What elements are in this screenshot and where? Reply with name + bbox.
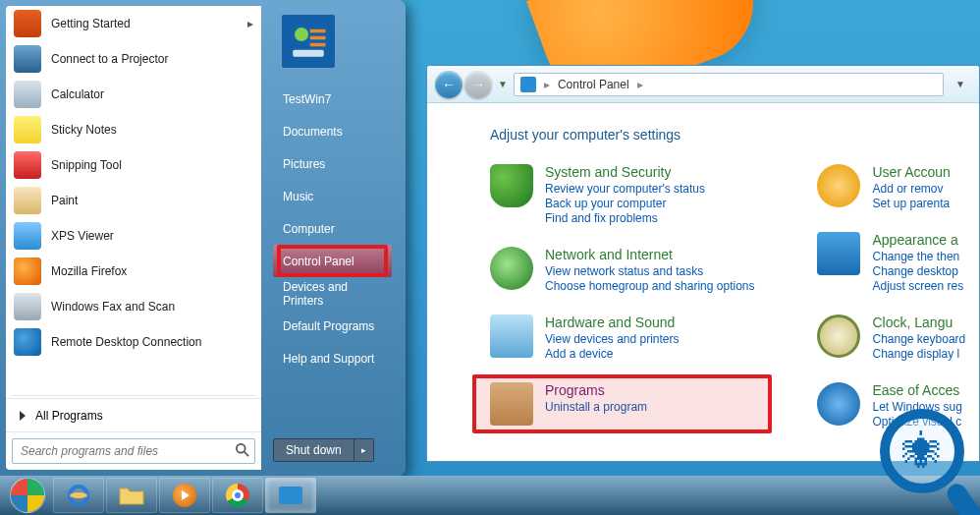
category-clock-langu: Clock, LanguChange keyboardChange displa… — [817, 315, 965, 361]
user-avatar[interactable] — [281, 14, 336, 69]
program-icon — [14, 258, 41, 285]
program-label: Snipping Tool — [51, 158, 122, 172]
program-label: Paint — [51, 194, 78, 207]
start-menu-left-pane: Getting Started▸Connect to a ProjectorCa… — [6, 6, 261, 470]
program-item-snipping-tool[interactable]: Snipping Tool — [6, 147, 261, 183]
breadcrumb-dropdown-icon[interactable]: ▼ — [950, 79, 971, 89]
category-icon — [817, 232, 860, 275]
category-link[interactable]: Change the then — [872, 250, 963, 263]
right-item-label: Help and Support — [283, 352, 374, 366]
program-label: Connect to a Projector — [51, 52, 168, 66]
right-item-label: Devices and Printers — [283, 280, 382, 308]
file-explorer-icon[interactable] — [106, 478, 157, 513]
program-icon — [14, 187, 41, 214]
category-title[interactable]: Hardware and Sound — [545, 315, 680, 330]
category-link[interactable]: Choose homegroup and sharing options — [545, 279, 754, 293]
program-item-xps-viewer[interactable]: XPS Viewer — [6, 218, 261, 254]
start-button[interactable] — [4, 476, 51, 515]
start-menu-right-devices-and-printers[interactable]: Devices and Printers — [273, 277, 392, 310]
all-programs-button[interactable]: All Programs — [6, 398, 261, 431]
category-link[interactable]: View network status and tasks — [545, 264, 754, 278]
start-menu-right-help-and-support[interactable]: Help and Support — [273, 342, 392, 374]
nav-dropdown-icon[interactable]: ▼ — [498, 79, 508, 89]
category-link[interactable]: Review your computer's status — [545, 182, 705, 196]
svg-point-2 — [295, 28, 308, 41]
category-icon — [817, 382, 860, 426]
category-system-and-security: System and SecurityReview your computer'… — [490, 164, 754, 225]
category-link[interactable]: Add a device — [545, 347, 680, 361]
program-icon — [14, 293, 41, 320]
category-title[interactable]: Appearance a — [872, 232, 963, 248]
category-icon — [490, 315, 533, 358]
program-item-sticky-notes[interactable]: Sticky Notes — [6, 112, 261, 147]
program-item-connect-to-a-projector[interactable]: Connect to a Projector — [6, 41, 261, 77]
category-title[interactable]: System and Security — [545, 164, 705, 180]
start-menu: Getting Started▸Connect to a ProjectorCa… — [0, 0, 406, 476]
start-menu-right-music[interactable]: Music — [273, 180, 392, 212]
program-item-calculator[interactable]: Calculator — [6, 77, 261, 112]
category-title[interactable]: Ease of Acces — [872, 382, 961, 398]
category-title[interactable]: Programs — [545, 382, 647, 398]
category-icon — [490, 164, 533, 207]
program-label: Getting Started — [51, 17, 131, 30]
shutdown-options-button[interactable]: ▸ — [354, 438, 374, 462]
taskbar — [0, 476, 980, 515]
program-item-remote-desktop-connection[interactable]: Remote Desktop Connection — [6, 324, 261, 360]
program-item-mozilla-firefox[interactable]: Mozilla Firefox — [6, 254, 261, 289]
right-item-label: Default Programs — [283, 319, 374, 333]
category-programs: ProgramsUninstall a program — [490, 382, 754, 426]
shutdown-button[interactable]: Shut down — [273, 438, 354, 462]
category-link[interactable]: Set up parenta — [872, 197, 950, 210]
category-link[interactable]: Change display l — [872, 347, 965, 361]
category-link[interactable]: Uninstall a program — [545, 400, 647, 414]
category-link[interactable]: Find and fix problems — [545, 211, 705, 225]
nav-forward-button[interactable]: → — [464, 71, 492, 98]
search-input[interactable] — [12, 438, 255, 464]
category-network-and-internet: Network and InternetView network status … — [490, 247, 754, 293]
program-label: Mozilla Firefox — [51, 264, 127, 278]
right-item-label: Control Panel — [283, 255, 354, 268]
start-menu-right-computer[interactable]: Computer — [273, 212, 392, 245]
category-title[interactable]: Clock, Langu — [872, 315, 965, 330]
program-item-windows-fax-and-scan[interactable]: Windows Fax and Scan — [6, 289, 261, 324]
google-chrome-icon[interactable] — [212, 478, 263, 513]
start-menu-right-pane: TestWin7 DocumentsPicturesMusicComputerC… — [261, 6, 400, 470]
control-panel-icon — [520, 77, 536, 92]
program-label: Calculator — [51, 87, 104, 101]
internet-explorer-icon[interactable] — [53, 478, 104, 513]
svg-line-1 — [245, 452, 248, 456]
program-icon — [14, 10, 41, 37]
start-menu-right-documents[interactable]: Documents — [273, 115, 392, 147]
category-link[interactable]: View devices and printers — [545, 332, 680, 346]
category-icon — [817, 315, 860, 358]
category-link[interactable]: Back up your computer — [545, 197, 705, 210]
start-menu-right-pictures[interactable]: Pictures — [273, 147, 392, 180]
category-link[interactable]: Change desktop — [872, 264, 963, 278]
breadcrumb-separator-icon: ▸ — [637, 78, 643, 91]
category-title[interactable]: User Accoun — [872, 164, 950, 180]
category-title[interactable]: Network and Internet — [545, 247, 754, 262]
program-item-paint[interactable]: Paint — [6, 183, 261, 218]
breadcrumb-item[interactable]: Control Panel — [558, 78, 629, 91]
svg-point-8 — [70, 492, 87, 498]
start-menu-user-name[interactable]: TestWin7 — [273, 83, 392, 115]
program-item-getting-started[interactable]: Getting Started▸ — [6, 6, 261, 41]
breadcrumb-bar[interactable]: ▸ Control Panel ▸ — [514, 73, 944, 96]
category-link[interactable]: Add or remov — [872, 182, 950, 196]
category-link[interactable]: Change keyboard — [872, 332, 965, 346]
control-panel-titlebar: ← → ▼ ▸ Control Panel ▸ ▼ — [427, 66, 979, 103]
control-panel-taskbar-icon[interactable] — [265, 478, 316, 513]
nav-back-button[interactable]: ← — [435, 71, 463, 98]
right-item-label: Documents — [283, 125, 343, 139]
category-appearance-a: Appearance aChange the thenChange deskto… — [817, 232, 965, 293]
start-menu-right-default-programs[interactable]: Default Programs — [273, 310, 392, 342]
category-icon — [490, 382, 533, 426]
page-title: Adjust your computer's settings — [490, 127, 979, 143]
start-menu-right-control-panel[interactable]: Control Panel — [273, 245, 392, 277]
category-link[interactable]: Adjust screen res — [872, 279, 963, 293]
svg-rect-4 — [310, 36, 326, 40]
windows-media-player-icon[interactable] — [159, 478, 210, 513]
program-icon — [14, 328, 41, 356]
right-item-label: Computer — [283, 222, 335, 236]
right-item-label: Music — [283, 190, 313, 203]
